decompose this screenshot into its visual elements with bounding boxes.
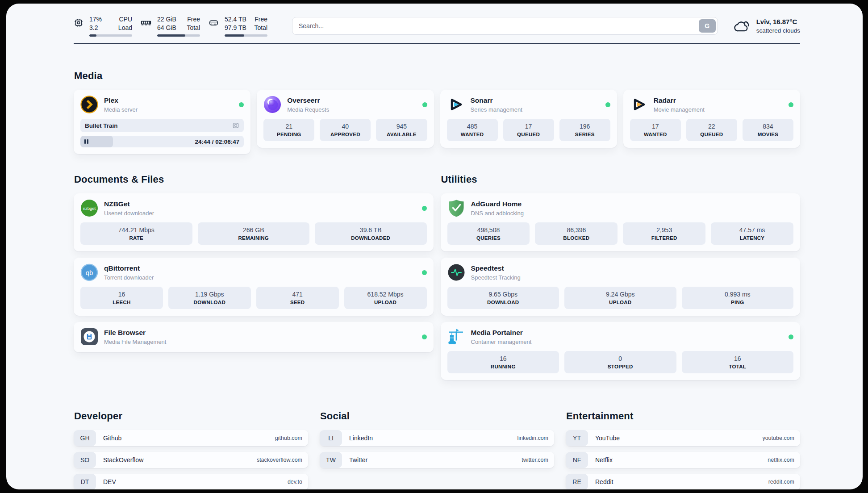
bookmark-github[interactable]: GH Github github.com	[74, 430, 308, 446]
app-desc: Media server	[104, 106, 138, 113]
app-name: Radarr	[654, 96, 705, 105]
app-desc: Movie management	[654, 106, 705, 113]
stat-tile: 22 QUEUED	[686, 119, 737, 141]
bookmark-name: DEV	[103, 478, 116, 485]
playback-progress-bar: 24:44 / 02:06:47	[80, 136, 244, 147]
status-badge-online	[422, 206, 427, 211]
bookmark-domain: youtube.com	[762, 435, 794, 441]
svg-text:qb: qb	[86, 269, 93, 276]
status-badge-online	[422, 334, 427, 339]
stat-tile: 16 TOTAL	[682, 351, 794, 373]
status-badge-online	[422, 102, 427, 107]
bookmark-abbr: NF	[566, 452, 588, 468]
svg-text:nzbget: nzbget	[83, 206, 96, 211]
bookmark-name: Netflix	[595, 456, 613, 464]
app-card-overseerr[interactable]: Overseerr Media Requests 21 PENDING 40 A…	[257, 90, 434, 148]
bookmark-abbr: RE	[566, 474, 588, 489]
bookmark-stackoverflow[interactable]: SO StackOverflow stackoverflow.com	[74, 452, 308, 468]
status-badge-online	[239, 102, 244, 107]
section-title-developer: Developer	[74, 410, 308, 422]
ram-total-label: Total	[187, 24, 200, 32]
disk-icon	[209, 18, 219, 28]
app-card-qbittorrent[interactable]: qb qBittorrent Torrent downloader 16 LEE…	[74, 258, 434, 316]
cast-icon[interactable]	[232, 122, 239, 129]
playback-time: 24:44 / 02:06:47	[195, 138, 239, 145]
ram-progress-bar	[157, 34, 200, 37]
pause-icon[interactable]	[84, 139, 88, 144]
bookmark-domain: stackoverflow.com	[257, 457, 302, 463]
weather-widget: Lviv, 16.87°C scattered clouds	[733, 17, 800, 35]
cpu-load-value: 3.2	[89, 24, 102, 32]
app-card-radarr[interactable]: Radarr Movie management 17 WANTED 22 QUE…	[623, 90, 800, 148]
weather-condition: scattered clouds	[756, 26, 800, 35]
bookmark-name: StackOverflow	[103, 456, 143, 464]
section-title-media: Media	[74, 70, 800, 82]
section-title-social: Social	[320, 410, 554, 422]
bookmark-name: Github	[103, 435, 121, 442]
status-badge-online	[422, 270, 427, 275]
plex-logo	[80, 96, 98, 113]
stat-tile: 0 STOPPED	[564, 351, 676, 373]
stat-tile: 47.57 ms LATENCY	[711, 222, 793, 245]
bookmark-name: YouTube	[595, 435, 620, 442]
app-card-portainer[interactable]: Media Portainer Container management 16 …	[441, 322, 801, 380]
sonarr-logo	[447, 96, 465, 113]
disk-total-label: Total	[254, 24, 267, 32]
app-desc: Series management	[471, 106, 522, 113]
nzbget-logo: nzbget	[80, 199, 98, 217]
bookmark-dev[interactable]: DT DEV dev.to	[74, 474, 308, 489]
stat-tile: 618.52 Mbps UPLOAD	[344, 287, 427, 309]
search-input[interactable]	[292, 17, 718, 35]
bookmark-abbr: GH	[74, 430, 96, 446]
stat-tile: 744.21 Mbps RATE	[80, 222, 192, 245]
topbar-divider	[74, 43, 800, 44]
cpu-widget: 17% 3.2 CPU Load	[74, 15, 132, 37]
bookmark-linkedin[interactable]: LI LinkedIn linkedin.com	[320, 430, 554, 446]
disk-widget: 52.4 TB 97.9 TB Free Total	[209, 15, 267, 37]
app-name: Media Portainer	[471, 328, 532, 337]
search-engine-button[interactable]: G	[699, 19, 716, 33]
disk-progress-bar	[225, 34, 267, 37]
app-card-sonarr[interactable]: Sonarr Series management 485 WANTED 17 Q…	[440, 90, 617, 148]
bookmark-twitter[interactable]: TW Twitter twitter.com	[320, 452, 554, 468]
app-desc: Speedtest Tracking	[471, 274, 521, 281]
app-desc: Container management	[471, 338, 532, 346]
status-badge-online	[789, 102, 793, 107]
bookmark-youtube[interactable]: YT YouTube youtube.com	[566, 430, 800, 446]
bookmark-domain: dev.to	[288, 479, 302, 485]
stat-tile: 2,953 FILTERED	[623, 222, 705, 245]
app-card-adguard[interactable]: AdGuard Home DNS and adblocking 498,508 …	[441, 193, 801, 251]
radarr-logo	[630, 96, 648, 113]
app-name: Overseerr	[287, 96, 329, 105]
status-badge-online	[789, 334, 793, 339]
bookmark-netflix[interactable]: NF Netflix netflix.com	[566, 452, 800, 468]
bookmark-abbr: LI	[320, 430, 342, 446]
speedtest-logo	[447, 263, 465, 281]
app-name: Plex	[104, 96, 138, 105]
stat-tile: 17 QUEUED	[503, 119, 554, 141]
adguard-logo	[447, 199, 465, 217]
bookmark-abbr: YT	[566, 430, 588, 446]
app-desc: DNS and adblocking	[471, 209, 524, 217]
stat-tile: 834 MOVIES	[743, 119, 793, 141]
bookmark-name: LinkedIn	[349, 435, 373, 442]
stat-tile: 16 LEECH	[80, 287, 163, 309]
app-card-filebrowser[interactable]: File Browser Media File Management	[74, 322, 434, 352]
top-bar: 17% 3.2 CPU Load	[74, 15, 800, 37]
bookmark-name: Reddit	[595, 478, 613, 485]
app-card-nzbget[interactable]: nzbget NZBGet Usenet downloader 744.21 M…	[74, 193, 434, 251]
app-name: NZBGet	[104, 200, 154, 209]
app-desc: Media File Management	[104, 338, 166, 346]
cpu-value: 17%	[89, 15, 102, 24]
bookmark-domain: github.com	[275, 435, 302, 441]
bookmark-reddit[interactable]: RE Reddit reddit.com	[566, 474, 800, 489]
cpu-label: CPU	[118, 15, 132, 24]
stat-tile: 9.24 Gbps UPLOAD	[564, 287, 676, 309]
cpu-load-label: Load	[118, 24, 132, 32]
app-name: Speedtest	[471, 264, 521, 273]
now-playing-row: Bullet Train	[80, 119, 244, 132]
stat-tile: 86,396 BLOCKED	[535, 222, 618, 245]
app-card-speedtest[interactable]: Speedtest Speedtest Tracking 9.65 Gbps D…	[441, 258, 801, 316]
app-desc: Media Requests	[287, 106, 329, 113]
app-card-plex[interactable]: Plex Media server Bullet Train	[74, 90, 250, 154]
